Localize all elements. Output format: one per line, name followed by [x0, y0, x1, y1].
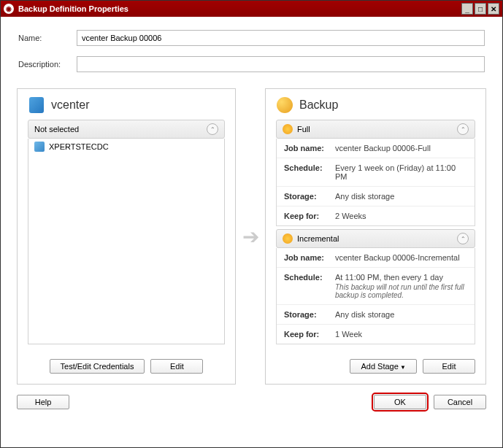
name-input[interactable]: [77, 30, 485, 46]
full-schedule-row: Schedule: Every 1 week on (Friday) at 11…: [277, 158, 475, 187]
not-selected-label: Not selected: [34, 125, 79, 134]
not-selected-header[interactable]: Not selected ⌃: [28, 120, 225, 139]
source-panel-footer: Test/Edit Credentials Edit: [18, 352, 235, 384]
titlebar: ◉ Backup Definition Properties _ □ ✕: [1, 1, 502, 17]
source-tree: XPERTSTECDC: [28, 139, 225, 344]
tree-item-label: XPERTSTECDC: [49, 142, 109, 151]
full-storage-row: Storage: Any disk storage: [277, 187, 475, 206]
cancel-button[interactable]: Cancel: [434, 395, 486, 409]
full-section-label: Full: [297, 125, 310, 134]
value: At 11:00 PM, then every 1 day: [335, 273, 467, 282]
backup-edit-button[interactable]: Edit: [423, 359, 475, 374]
backup-panel-header: Backup: [266, 89, 485, 120]
backup-panel-footer: Add Stage Edit: [266, 352, 485, 384]
full-job-name-row: Job name: vcenter Backup 00006-Full: [277, 139, 475, 158]
incr-storage-row: Storage: Any disk storage: [277, 305, 475, 325]
help-button[interactable]: Help: [17, 395, 69, 409]
server-icon: [34, 142, 45, 152]
source-panel-header: vcenter: [18, 89, 235, 120]
full-keep-row: Keep for: 2 Weeks: [277, 206, 475, 225]
maximize-button[interactable]: □: [475, 3, 486, 15]
collapse-icon[interactable]: ⌃: [207, 123, 218, 135]
full-section-body: Job name: vcenter Backup 00006-Full Sche…: [276, 139, 475, 226]
window-title: Backup Definition Properties: [18, 4, 128, 13]
label: Keep for:: [284, 212, 335, 220]
value-container: At 11:00 PM, then every 1 day This backu…: [335, 273, 467, 299]
ok-button[interactable]: OK: [374, 395, 426, 409]
full-disk-icon: [283, 124, 293, 134]
name-label: Name:: [18, 34, 77, 42]
collapse-icon[interactable]: ⌃: [457, 123, 469, 135]
window-controls: _ □ ✕: [460, 3, 499, 15]
label: Storage:: [284, 310, 335, 319]
panels: vcenter Not selected ⌃ XPERTSTECDC Test/…: [1, 88, 502, 385]
value: Any disk storage: [335, 192, 467, 201]
backup-panel-body: Full ⌃ Job name: vcenter Backup 00006-Fu…: [266, 120, 485, 352]
value: vcenter Backup 00006-Full: [335, 144, 467, 152]
tree-item[interactable]: XPERTSTECDC: [28, 139, 224, 155]
incr-job-name-row: Job name: vcenter Backup 00006-Increment…: [277, 248, 475, 268]
source-edit-button[interactable]: Edit: [150, 359, 203, 374]
source-panel: vcenter Not selected ⌃ XPERTSTECDC Test/…: [17, 88, 236, 385]
vcenter-icon: [28, 96, 45, 114]
name-row: Name:: [18, 30, 485, 46]
form-area: Name: Description:: [1, 17, 502, 88]
incremental-section-body: Job name: vcenter Backup 00006-Increment…: [276, 248, 475, 344]
label: Keep for:: [284, 330, 335, 339]
schedule-note: This backup will not run until the first…: [335, 283, 467, 299]
test-credentials-button[interactable]: Test/Edit Credentials: [50, 359, 145, 374]
label: Storage:: [284, 192, 335, 201]
bottom-left: Help: [17, 395, 69, 409]
backup-panel: Backup Full ⌃ Job name: vcenter Backup 0…: [265, 88, 486, 385]
full-section-header[interactable]: Full ⌃: [276, 120, 475, 139]
incremental-section-header[interactable]: Incremental ⌃: [276, 229, 475, 248]
app-icon: ◉: [4, 4, 14, 14]
source-panel-body: Not selected ⌃ XPERTSTECDC: [18, 120, 235, 352]
incremental-section-label: Incremental: [297, 234, 339, 243]
bottom-right: OK Cancel: [374, 395, 486, 409]
add-stage-button[interactable]: Add Stage: [350, 359, 417, 374]
description-label: Description:: [18, 60, 77, 69]
collapse-icon[interactable]: ⌃: [457, 233, 469, 244]
incr-schedule-row: Schedule: At 11:00 PM, then every 1 day …: [277, 268, 475, 305]
value: Any disk storage: [335, 310, 467, 319]
incremental-disk-icon: [283, 233, 293, 244]
bottom-bar: Help OK Cancel: [1, 385, 502, 420]
incr-keep-row: Keep for: 1 Week: [277, 325, 475, 344]
backup-icon: [276, 96, 293, 114]
label: Job name:: [284, 253, 335, 262]
value: 1 Week: [335, 330, 467, 339]
description-input[interactable]: [77, 56, 485, 72]
arrow-right-icon: ➔: [242, 225, 259, 249]
close-button[interactable]: ✕: [488, 3, 499, 15]
label: Schedule:: [284, 163, 335, 181]
source-panel-title: vcenter: [51, 99, 89, 112]
arrow-gap: ➔: [236, 88, 265, 385]
description-row: Description:: [18, 56, 485, 72]
value: Every 1 week on (Friday) at 11:00 PM: [335, 163, 467, 181]
value: vcenter Backup 00006-Incremental: [335, 253, 467, 262]
minimize-button[interactable]: _: [461, 3, 473, 15]
label: Schedule:: [284, 273, 335, 299]
backup-panel-title: Backup: [299, 99, 338, 112]
value: 2 Weeks: [335, 212, 467, 220]
label: Job name:: [284, 144, 335, 152]
